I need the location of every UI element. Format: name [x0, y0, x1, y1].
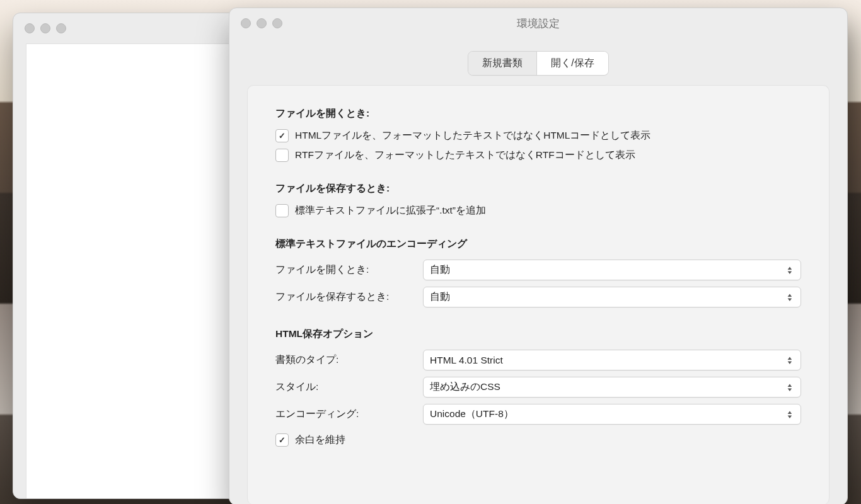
style-label: スタイル:	[275, 381, 423, 394]
encoding-save-select[interactable]: 自動	[423, 287, 801, 307]
encoding-save-label: ファイルを保存するとき:	[275, 290, 423, 304]
window-title: 環境設定	[229, 16, 847, 31]
style-value: 埋め込みのCSS	[430, 381, 500, 394]
checkbox-preserve-whitespace[interactable]	[275, 433, 289, 447]
chevron-updown-icon	[785, 293, 794, 302]
section-heading-open: ファイルを開くとき:	[275, 107, 801, 120]
checkbox-html-as-code[interactable]	[275, 129, 289, 142]
traffic-lights	[13, 23, 66, 33]
close-icon[interactable]	[25, 23, 35, 33]
section-heading-html: HTML保存オプション	[275, 328, 801, 341]
html-encoding-value: Unicode（UTF-8）	[430, 408, 514, 421]
tab-new-document[interactable]: 新規書類	[468, 52, 536, 75]
minimize-icon[interactable]	[40, 23, 50, 33]
checkbox-add-txt-ext[interactable]	[275, 204, 289, 217]
chevron-updown-icon	[785, 383, 794, 392]
encoding-open-select[interactable]: 自動	[423, 260, 801, 280]
tab-group: 新規書類 開く/保存	[468, 51, 608, 76]
zoom-icon[interactable]	[56, 23, 66, 33]
chevron-updown-icon	[785, 410, 794, 419]
checkbox-html-as-code-label: HTMLファイルを、フォーマットしたテキストではなくHTMLコードとして表示	[295, 129, 650, 142]
checkbox-rtf-as-code-label: RTFファイルを、フォーマットしたテキストではなくRTFコードとして表示	[295, 149, 635, 162]
section-heading-encoding: 標準テキストファイルのエンコーディング	[275, 238, 801, 251]
minimize-icon[interactable]	[257, 18, 267, 28]
checkbox-preserve-whitespace-label: 余白を維持	[295, 433, 345, 447]
tab-bar: 新規書類 開く/保存	[229, 51, 847, 76]
html-encoding-label: エンコーディング:	[275, 408, 423, 421]
checkbox-add-txt-ext-label: 標準テキストファイルに拡張子“.txt”を追加	[295, 204, 486, 217]
style-select[interactable]: 埋め込みのCSS	[423, 377, 801, 398]
doc-type-select[interactable]: HTML 4.01 Strict	[423, 350, 801, 370]
chevron-updown-icon	[785, 266, 794, 275]
section-heading-save: ファイルを保存するとき:	[275, 182, 801, 195]
preferences-panel: ファイルを開くとき: HTMLファイルを、フォーマットしたテキストではなくHTM…	[247, 85, 829, 504]
encoding-open-value: 自動	[430, 263, 450, 277]
doc-type-value: HTML 4.01 Strict	[430, 355, 503, 366]
preferences-titlebar[interactable]: 環境設定	[229, 8, 847, 38]
doc-type-label: 書類のタイプ:	[275, 353, 423, 367]
checkbox-rtf-as-code[interactable]	[275, 149, 289, 162]
encoding-open-label: ファイルを開くとき:	[275, 263, 423, 277]
tab-open-save[interactable]: 開く/保存	[536, 52, 608, 75]
traffic-lights	[229, 18, 282, 28]
html-encoding-select[interactable]: Unicode（UTF-8）	[423, 404, 801, 425]
preferences-window: 環境設定 新規書類 開く/保存 ファイルを開くとき: HTMLファイルを、フォー…	[229, 8, 848, 504]
zoom-icon[interactable]	[272, 18, 282, 28]
close-icon[interactable]	[241, 18, 251, 28]
chevron-updown-icon	[785, 356, 794, 365]
encoding-save-value: 自動	[430, 290, 450, 304]
